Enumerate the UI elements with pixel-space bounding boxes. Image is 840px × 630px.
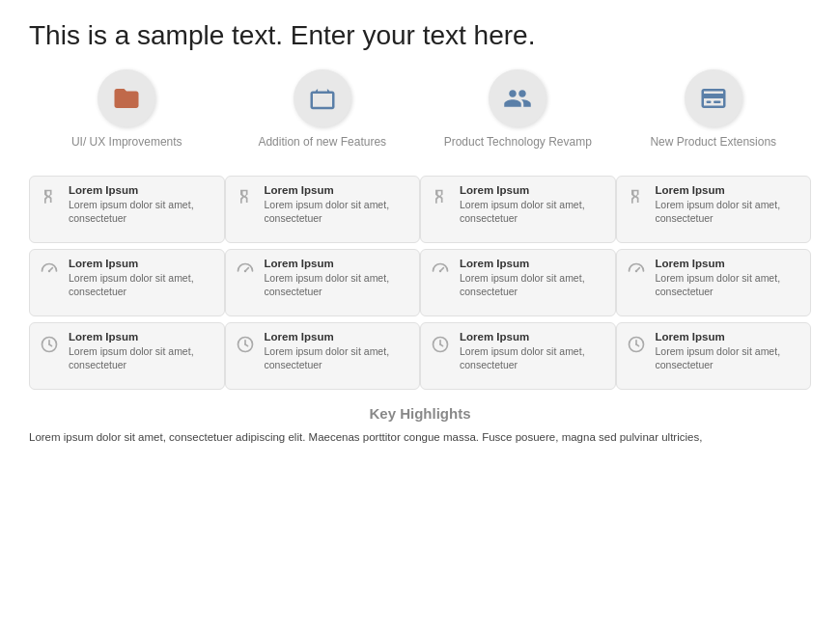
card-title: Lorem Ipsum (460, 258, 607, 269)
svg-line-4 (49, 344, 52, 346)
card-3-3: Lorem IpsumLorem ipsum dolor sit amet, c… (420, 322, 616, 390)
card-text: Lorem IpsumLorem ipsum dolor sit amet, c… (69, 184, 216, 225)
col-label-3: Product Technology Revamp (444, 135, 592, 164)
card-1-1: Lorem IpsumLorem ipsum dolor sit amet, c… (29, 176, 225, 243)
card-body: Lorem ipsum dolor sit amet, consectetuer (656, 198, 803, 225)
card-body: Lorem ipsum dolor sit amet, consectetuer (656, 344, 803, 371)
cards-section-2: Lorem IpsumLorem ipsum dolor sit amet, c… (225, 176, 421, 390)
svg-point-1 (48, 269, 51, 272)
card-icon-clock (625, 333, 648, 356)
page: This is a sample text. Enter your text h… (0, 0, 840, 630)
card-body: Lorem ipsum dolor sit amet, consectetuer (265, 344, 412, 371)
card-body: Lorem ipsum dolor sit amet, consectetuer (460, 271, 607, 298)
card-icon-hourglass (234, 186, 257, 209)
card-text: Lorem IpsumLorem ipsum dolor sit amet, c… (265, 331, 412, 371)
col-icon-2 (294, 69, 351, 127)
cards-section-1: Lorem IpsumLorem ipsum dolor sit amet, c… (29, 176, 225, 390)
svg-point-11 (439, 269, 442, 272)
card-icon-gauge (625, 260, 648, 283)
card-icon-clock (234, 333, 257, 356)
card-text: Lorem IpsumLorem ipsum dolor sit amet, c… (656, 331, 803, 371)
cards-section-4: Lorem IpsumLorem ipsum dolor sit amet, c… (616, 176, 812, 390)
card-text: Lorem IpsumLorem ipsum dolor sit amet, c… (656, 184, 803, 225)
card-body: Lorem ipsum dolor sit amet, consectetuer (656, 271, 803, 298)
card-1-3: Lorem IpsumLorem ipsum dolor sit amet, c… (29, 322, 225, 390)
column-3: Product Technology Revamp Lorem IpsumLor… (420, 69, 616, 390)
card-3-1: Lorem IpsumLorem ipsum dolor sit amet, c… (420, 176, 616, 243)
card-4-1: Lorem IpsumLorem ipsum dolor sit amet, c… (616, 176, 812, 243)
col-label-1: UI/ UX Improvements (71, 135, 182, 164)
card-icon-gauge (38, 260, 61, 283)
card-body: Lorem ipsum dolor sit amet, consectetuer (265, 271, 412, 298)
card-title: Lorem Ipsum (460, 331, 607, 342)
card-text: Lorem IpsumLorem ipsum dolor sit amet, c… (460, 184, 607, 225)
card-icon-hourglass (429, 186, 452, 209)
card-text: Lorem IpsumLorem ipsum dolor sit amet, c… (656, 258, 803, 298)
card-body: Lorem ipsum dolor sit amet, consectetuer (460, 344, 607, 371)
svg-line-21 (636, 344, 639, 346)
card-4-2: Lorem IpsumLorem ipsum dolor sit amet, c… (616, 249, 812, 316)
svg-rect-16 (714, 100, 721, 103)
highlights-text: Lorem ipsum dolor sit amet, consectetuer… (29, 429, 811, 446)
card-text: Lorem IpsumLorem ipsum dolor sit amet, c… (460, 331, 607, 371)
col-label-2: Addition of new Features (258, 135, 386, 164)
column-1: UI/ UX Improvements Lorem IpsumLorem ips… (29, 69, 225, 390)
column-4: New Product Extensions Lorem IpsumLorem … (616, 69, 812, 390)
card-body: Lorem ipsum dolor sit amet, consectetuer (69, 344, 216, 371)
card-body: Lorem ipsum dolor sit amet, consectetuer (265, 198, 412, 225)
cards-section-3: Lorem IpsumLorem ipsum dolor sit amet, c… (420, 176, 616, 390)
main-title: This is a sample text. Enter your text h… (29, 19, 811, 52)
card-4-3: Lorem IpsumLorem ipsum dolor sit amet, c… (616, 322, 812, 390)
col-icon-1 (98, 69, 155, 127)
card-title: Lorem Ipsum (265, 258, 412, 269)
col-icon-4 (685, 69, 742, 127)
card-text: Lorem IpsumLorem ipsum dolor sit amet, c… (69, 331, 216, 371)
card-title: Lorem Ipsum (656, 258, 803, 269)
card-icon-gauge (234, 260, 257, 283)
highlights-section: Key Highlights Lorem ipsum dolor sit ame… (29, 405, 811, 446)
highlights-title: Key Highlights (29, 405, 811, 422)
col-label-4: New Product Extensions (650, 135, 776, 164)
card-title: Lorem Ipsum (656, 331, 803, 342)
svg-line-9 (245, 344, 248, 346)
card-title: Lorem Ipsum (656, 184, 803, 196)
column-2: Addition of new Features Lorem IpsumLore… (225, 69, 421, 390)
card-text: Lorem IpsumLorem ipsum dolor sit amet, c… (265, 258, 412, 298)
card-3-2: Lorem IpsumLorem ipsum dolor sit amet, c… (420, 249, 616, 316)
card-text: Lorem IpsumLorem ipsum dolor sit amet, c… (265, 184, 412, 225)
svg-rect-15 (706, 100, 711, 103)
card-text: Lorem IpsumLorem ipsum dolor sit amet, c… (460, 258, 607, 298)
card-title: Lorem Ipsum (460, 184, 607, 196)
card-2-3: Lorem IpsumLorem ipsum dolor sit amet, c… (225, 322, 421, 390)
card-text: Lorem IpsumLorem ipsum dolor sit amet, c… (69, 258, 216, 298)
card-icon-gauge (429, 260, 452, 283)
svg-line-14 (440, 344, 443, 346)
svg-point-18 (634, 269, 637, 272)
card-icon-clock (429, 333, 452, 356)
card-title: Lorem Ipsum (265, 184, 412, 196)
card-1-2: Lorem IpsumLorem ipsum dolor sit amet, c… (29, 249, 225, 316)
col-icon-3 (489, 69, 546, 127)
card-title: Lorem Ipsum (69, 258, 216, 269)
card-body: Lorem ipsum dolor sit amet, consectetuer (69, 271, 216, 298)
card-icon-hourglass (625, 186, 648, 209)
card-body: Lorem ipsum dolor sit amet, consectetuer (460, 198, 607, 225)
card-2-1: Lorem IpsumLorem ipsum dolor sit amet, c… (225, 176, 421, 243)
card-title: Lorem Ipsum (69, 331, 216, 342)
card-icon-clock (38, 333, 61, 356)
columns-wrapper: UI/ UX Improvements Lorem IpsumLorem ips… (29, 69, 811, 390)
card-title: Lorem Ipsum (69, 184, 216, 196)
card-title: Lorem Ipsum (265, 331, 412, 342)
card-icon-hourglass (38, 186, 61, 209)
svg-point-6 (243, 269, 246, 272)
card-2-2: Lorem IpsumLorem ipsum dolor sit amet, c… (225, 249, 421, 316)
card-body: Lorem ipsum dolor sit amet, consectetuer (69, 198, 216, 225)
